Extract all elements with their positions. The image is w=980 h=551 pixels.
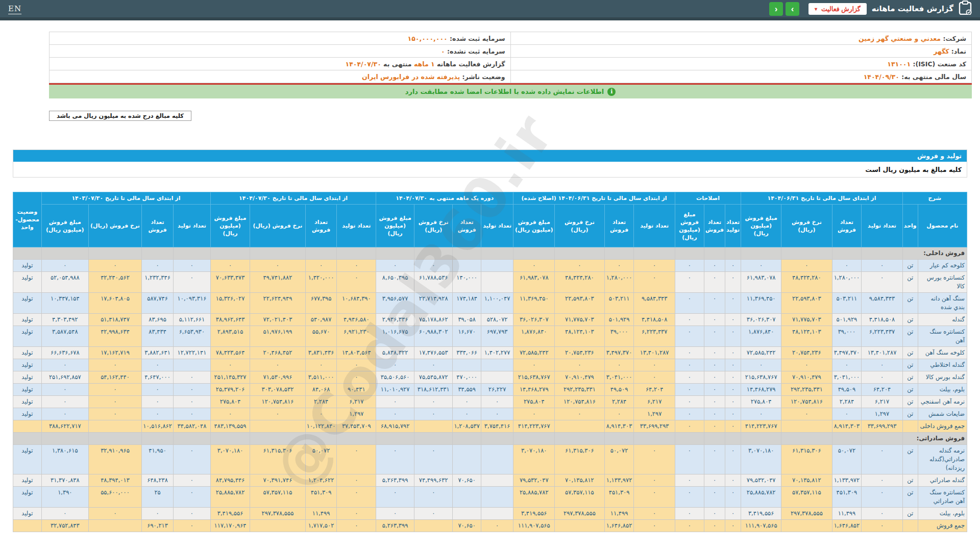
value-cell: ۷۹,۵۳۲,۰۴۷ [513,474,555,487]
value-cell [173,359,210,371]
value-cell: ۱,۸۷۶,۸۴۰ [513,326,555,347]
column-header: نرخ فروش (ریال) [250,205,306,247]
value-cell: ۴۸,۴۲۴,۲۸۰ [555,272,604,293]
table-row: کنسانتره سنگ آهنتن۶,۲۲۳,۴۳۷۳۹,۰۰۰۴۸,۱۲۴,… [13,326,967,347]
previous-report-button[interactable]: ‹ [769,2,783,16]
value-cell: ۰ [634,487,675,508]
info-value: ۰ [441,47,445,55]
cell [513,433,555,445]
value-cell: ۰ [862,359,902,371]
value-cell: ۹,۵۸۴,۳۴۳ [862,293,902,314]
unit-cell: تن [902,359,918,371]
value-cell: ۱۱۷,۱۷۰,۹۶۴ [210,520,250,532]
value-cell [781,520,832,532]
value-cell: ۰ [305,408,337,420]
cell [704,247,725,260]
value-cell: ۵۴۰,۹۸۷ [305,314,337,326]
value-cell: ۰ [675,487,704,508]
value-cell: ۰ [376,260,414,272]
value-cell: ۶۱,۷۸۸,۵۳۶ [414,272,453,293]
value-cell: ۱۱,۳۶۹,۴۵۰ [513,293,555,314]
cell [376,247,414,260]
value-cell [414,420,453,433]
value-cell: ۰ [210,359,250,371]
value-cell: ۰ [725,359,741,371]
info-label: سرمایه ثبت شده: [448,35,505,42]
value-cell: ۶۱,۳۱۵,۳۰۶ [250,445,306,474]
value-cell: ۵۷,۳۵۷,۱۱۵ [250,487,306,508]
value-cell: ۰ [41,408,88,420]
value-cell: ۰ [781,260,832,272]
table-row: نرمه گندله صادراتي(گندله ریزدانه)تن۰۵۰,۰… [13,445,967,474]
value-cell [88,520,141,532]
value-cell: ۰ [337,487,376,508]
category-name-cell: فروش داخلی: [902,247,967,260]
product-name-cell: نرمه آهن اسفنجي [918,396,967,408]
value-cell: ۲۵۱,۱۴۵,۳۲۷ [210,371,250,384]
value-cell: ۱,۲۹۷ [634,408,675,420]
report-type-dropdown[interactable]: گزارش فعالیت ▾ [808,3,867,15]
value-cell: ۰ [604,408,634,420]
language-switch-en[interactable]: EN [8,4,21,13]
value-cell: ۰ [337,445,376,474]
company-info-row: سال مالی منتهی به: ۱۴۰۴/۰۹/۳۰ وضعیت ناشر… [50,70,972,83]
value-cell: ۰ [675,314,704,326]
unit-cell: تن [902,474,918,487]
value-cell: ۰ [305,359,337,371]
value-cell: ۶۴,۲۰۴ [862,384,902,396]
value-cell: ۶,۲۱۷ [862,396,902,408]
column-group-header: از ابتدای سال مالی تا تاریخ ۱۴۰۴/۰۷/۳۰ [210,192,376,205]
value-cell: ۰ [41,384,88,396]
value-cell: ۱,۶۴۶,۸۵۲ [604,520,634,532]
value-cell: ۰ [704,260,725,272]
value-cell: ۴۵۱,۳۰۹ [305,487,337,508]
value-cell: ۰ [725,487,741,508]
value-cell: ۵۰,۰۷۲ [832,445,862,474]
value-cell: ۷۰,۶۳۳,۴۷۳ [210,272,250,293]
value-cell: ۰ [704,384,725,396]
value-cell: ۲۷۵,۸۰۴ [741,396,781,408]
value-cell: ۰ [481,408,513,420]
value-cell: ۰ [41,508,88,520]
value-cell: ۶۰,۹۸۸,۳۰۲ [414,326,453,347]
cell [142,433,174,445]
info-value: ۱۴۰۴/۰۷/۳۰ [346,60,381,68]
value-cell: ۷۰,۹۱۰,۴۷۹ [555,371,604,384]
value-cell: ۰ [725,474,741,487]
column-group-header: از ابتدای سال مالی تا تاریخ ۱۴۰۳/۰۷/۳۰ [41,192,210,205]
column-header: تعداد فروش [604,205,634,247]
value-cell: ۷۰,۱۳۵,۸۱۲ [555,474,604,487]
value-cell [481,272,513,293]
product-name-cell: کنسانتره سنگ آهن [918,326,967,347]
column-group-header: شرح [902,192,967,205]
value-cell: ۰ [173,260,210,272]
value-cell: ۴,۳۰۳,۴۹۲ [41,314,88,326]
value-cell: ۳,۸۸۲,۶۴۱ [142,347,174,359]
status-cell: تولید [13,487,42,508]
product-name-cell: سنگ آهن دانه بندي شده [918,293,967,314]
value-cell: ۳۶,۰۲۶,۳۰۷ [741,314,781,326]
category-row: فروش داخلی: [13,247,967,260]
unit-cell [902,420,918,433]
table-row: بلوم، بیلتتن۰۱۱,۴۹۹۲۹۷,۳۷۸,۵۵۵۳,۴۱۹,۵۵۶۰… [13,508,967,520]
value-cell: ۱,۲۰۴,۶۲۲ [305,474,337,487]
value-cell: ۵۱,۴۱۸,۷۴۷ [88,314,141,326]
unit-cell: تن [902,408,918,420]
table-row: نرمه آهن اسفنجيتن۶,۲۱۷۲,۲۸۴۱۲۰,۷۵۴,۸۱۶۲۷… [13,396,967,408]
value-cell: ۰ [250,260,306,272]
value-cell: ۰ [741,408,781,420]
cell [41,247,88,260]
value-cell: ۷۰,۶۵۰ [453,474,481,487]
value-cell: ۵۴,۱۶۲,۴۴۰ [88,371,141,384]
next-report-button[interactable]: › [786,2,799,16]
value-cell: ۳,۰۷۰,۱۸۰ [210,445,250,474]
info-value: ۱۵۰,۰۰۰,۰۰۰ [408,35,448,42]
cell [210,433,250,445]
value-cell: ۰ [376,396,414,408]
cell [781,433,832,445]
table-row: گندله صادراتيتن۰۱,۱۳۳,۹۷۲۷۰,۱۳۵,۸۱۲۷۹,۵۳… [13,474,967,487]
status-cell: تولید [13,293,42,314]
value-cell: ۱,۳۸۰,۶۱۵ [41,445,88,474]
value-cell: ۰ [142,508,174,520]
million-rial-note-box: کلیه مبالغ درج شده به میلیون ریال می باش… [49,111,191,121]
